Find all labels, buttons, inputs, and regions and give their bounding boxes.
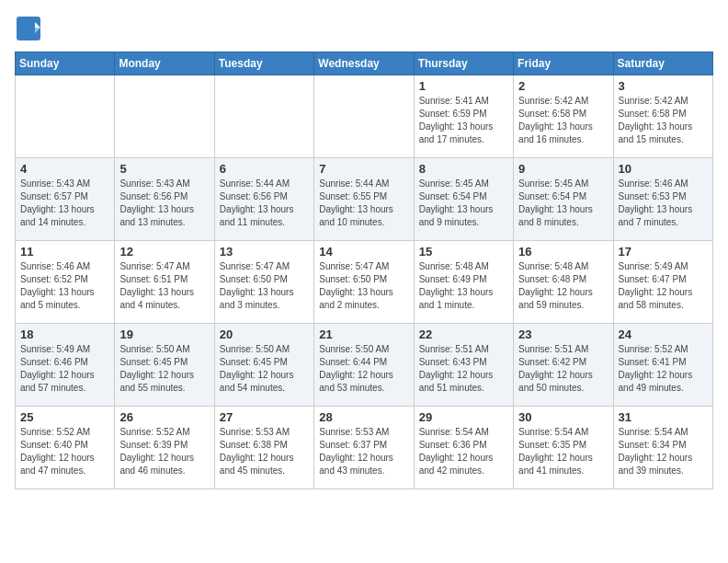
day-number: 5 xyxy=(119,162,209,176)
calendar-cell xyxy=(214,75,313,158)
calendar-cell: 24Sunrise: 5:52 AM Sunset: 6:41 PM Dayli… xyxy=(613,324,712,407)
weekday-header-friday: Friday xyxy=(514,52,613,75)
weekday-header-tuesday: Tuesday xyxy=(214,52,313,75)
calendar-cell: 29Sunrise: 5:54 AM Sunset: 6:36 PM Dayli… xyxy=(414,407,513,489)
calendar-cell: 2Sunrise: 5:42 AM Sunset: 6:58 PM Daylig… xyxy=(514,75,613,158)
day-number: 10 xyxy=(619,162,708,176)
day-number: 6 xyxy=(220,162,309,176)
day-number: 21 xyxy=(319,327,408,341)
day-info: Sunrise: 5:50 AM Sunset: 6:44 PM Dayligh… xyxy=(319,343,408,395)
calendar-cell xyxy=(314,75,414,158)
calendar-cell: 27Sunrise: 5:53 AM Sunset: 6:38 PM Dayli… xyxy=(214,407,313,489)
day-number: 7 xyxy=(319,162,408,176)
day-number: 30 xyxy=(518,410,608,424)
day-info: Sunrise: 5:47 AM Sunset: 6:50 PM Dayligh… xyxy=(319,260,408,312)
day-info: Sunrise: 5:49 AM Sunset: 6:46 PM Dayligh… xyxy=(20,343,109,395)
calendar-cell: 22Sunrise: 5:51 AM Sunset: 6:43 PM Dayli… xyxy=(414,324,513,407)
day-number: 25 xyxy=(20,410,109,424)
calendar-cell: 16Sunrise: 5:48 AM Sunset: 6:48 PM Dayli… xyxy=(514,241,613,324)
calendar-cell: 31Sunrise: 5:54 AM Sunset: 6:34 PM Dayli… xyxy=(613,407,712,489)
day-number: 19 xyxy=(119,327,209,341)
calendar-week-row: 11Sunrise: 5:46 AM Sunset: 6:52 PM Dayli… xyxy=(16,241,713,324)
day-info: Sunrise: 5:54 AM Sunset: 6:35 PM Dayligh… xyxy=(518,426,608,477)
day-number: 12 xyxy=(119,245,209,259)
weekday-header-saturday: Saturday xyxy=(613,52,712,75)
calendar-cell: 21Sunrise: 5:50 AM Sunset: 6:44 PM Dayli… xyxy=(314,324,414,407)
day-info: Sunrise: 5:51 AM Sunset: 6:43 PM Dayligh… xyxy=(419,343,508,395)
day-number: 17 xyxy=(619,245,708,259)
calendar-cell: 18Sunrise: 5:49 AM Sunset: 6:46 PM Dayli… xyxy=(16,324,115,407)
day-info: Sunrise: 5:46 AM Sunset: 6:53 PM Dayligh… xyxy=(619,178,708,229)
calendar-cell xyxy=(115,75,214,158)
day-info: Sunrise: 5:50 AM Sunset: 6:45 PM Dayligh… xyxy=(119,343,209,395)
calendar-week-row: 4Sunrise: 5:43 AM Sunset: 6:57 PM Daylig… xyxy=(16,158,713,241)
day-number: 15 xyxy=(419,245,508,259)
day-info: Sunrise: 5:54 AM Sunset: 6:36 PM Dayligh… xyxy=(419,426,508,477)
day-info: Sunrise: 5:53 AM Sunset: 6:38 PM Dayligh… xyxy=(220,426,309,477)
day-number: 16 xyxy=(518,245,608,259)
day-info: Sunrise: 5:48 AM Sunset: 6:49 PM Dayligh… xyxy=(419,260,508,312)
calendar-cell: 12Sunrise: 5:47 AM Sunset: 6:51 PM Dayli… xyxy=(115,241,214,324)
day-info: Sunrise: 5:42 AM Sunset: 6:58 PM Dayligh… xyxy=(518,95,608,146)
calendar-cell: 3Sunrise: 5:42 AM Sunset: 6:58 PM Daylig… xyxy=(613,75,712,158)
calendar-cell: 25Sunrise: 5:52 AM Sunset: 6:40 PM Dayli… xyxy=(16,407,115,489)
weekday-header-wednesday: Wednesday xyxy=(314,52,414,75)
day-number: 28 xyxy=(319,410,408,424)
day-number: 8 xyxy=(419,162,508,176)
day-info: Sunrise: 5:42 AM Sunset: 6:58 PM Dayligh… xyxy=(619,95,708,146)
calendar-week-row: 18Sunrise: 5:49 AM Sunset: 6:46 PM Dayli… xyxy=(16,324,713,407)
calendar-cell: 26Sunrise: 5:52 AM Sunset: 6:39 PM Dayli… xyxy=(115,407,214,489)
calendar-cell: 14Sunrise: 5:47 AM Sunset: 6:50 PM Dayli… xyxy=(314,241,414,324)
calendar-table: SundayMondayTuesdayWednesdayThursdayFrid… xyxy=(15,52,713,489)
calendar-week-row: 1Sunrise: 5:41 AM Sunset: 6:59 PM Daylig… xyxy=(16,75,713,158)
day-info: Sunrise: 5:47 AM Sunset: 6:50 PM Dayligh… xyxy=(220,260,309,312)
day-info: Sunrise: 5:44 AM Sunset: 6:55 PM Dayligh… xyxy=(319,178,408,229)
day-info: Sunrise: 5:52 AM Sunset: 6:40 PM Dayligh… xyxy=(20,426,109,477)
calendar-cell: 17Sunrise: 5:49 AM Sunset: 6:47 PM Dayli… xyxy=(613,241,712,324)
logo xyxy=(15,15,44,42)
day-info: Sunrise: 5:45 AM Sunset: 6:54 PM Dayligh… xyxy=(419,178,508,229)
day-number: 22 xyxy=(419,327,508,341)
weekday-header-thursday: Thursday xyxy=(414,52,513,75)
calendar-cell: 23Sunrise: 5:51 AM Sunset: 6:42 PM Dayli… xyxy=(514,324,613,407)
calendar-cell: 30Sunrise: 5:54 AM Sunset: 6:35 PM Dayli… xyxy=(514,407,613,489)
day-info: Sunrise: 5:43 AM Sunset: 6:56 PM Dayligh… xyxy=(119,178,209,229)
day-info: Sunrise: 5:52 AM Sunset: 6:41 PM Dayligh… xyxy=(619,343,708,395)
day-info: Sunrise: 5:44 AM Sunset: 6:56 PM Dayligh… xyxy=(220,178,309,229)
weekday-header-row: SundayMondayTuesdayWednesdayThursdayFrid… xyxy=(16,52,713,75)
calendar-cell: 6Sunrise: 5:44 AM Sunset: 6:56 PM Daylig… xyxy=(214,158,313,241)
day-number: 14 xyxy=(319,245,408,259)
calendar-cell: 13Sunrise: 5:47 AM Sunset: 6:50 PM Dayli… xyxy=(214,241,313,324)
calendar-week-row: 25Sunrise: 5:52 AM Sunset: 6:40 PM Dayli… xyxy=(16,407,713,489)
calendar-cell: 5Sunrise: 5:43 AM Sunset: 6:56 PM Daylig… xyxy=(115,158,214,241)
calendar-cell: 28Sunrise: 5:53 AM Sunset: 6:37 PM Dayli… xyxy=(314,407,414,489)
day-number: 27 xyxy=(220,410,309,424)
day-number: 26 xyxy=(119,410,209,424)
day-info: Sunrise: 5:52 AM Sunset: 6:39 PM Dayligh… xyxy=(119,426,209,477)
day-number: 31 xyxy=(619,410,708,424)
weekday-header-monday: Monday xyxy=(115,52,214,75)
day-info: Sunrise: 5:46 AM Sunset: 6:52 PM Dayligh… xyxy=(20,260,109,312)
day-number: 9 xyxy=(518,162,608,176)
day-number: 11 xyxy=(20,245,109,259)
day-number: 23 xyxy=(518,327,608,341)
calendar-cell: 20Sunrise: 5:50 AM Sunset: 6:45 PM Dayli… xyxy=(214,324,313,407)
calendar-cell: 8Sunrise: 5:45 AM Sunset: 6:54 PM Daylig… xyxy=(414,158,513,241)
calendar-cell: 7Sunrise: 5:44 AM Sunset: 6:55 PM Daylig… xyxy=(314,158,414,241)
day-info: Sunrise: 5:54 AM Sunset: 6:34 PM Dayligh… xyxy=(619,426,708,477)
calendar-cell: 15Sunrise: 5:48 AM Sunset: 6:49 PM Dayli… xyxy=(414,241,513,324)
day-number: 4 xyxy=(20,162,109,176)
day-number: 2 xyxy=(518,79,608,93)
calendar-cell: 1Sunrise: 5:41 AM Sunset: 6:59 PM Daylig… xyxy=(414,75,513,158)
calendar-cell: 11Sunrise: 5:46 AM Sunset: 6:52 PM Dayli… xyxy=(16,241,115,324)
day-number: 13 xyxy=(220,245,309,259)
day-info: Sunrise: 5:53 AM Sunset: 6:37 PM Dayligh… xyxy=(319,426,408,477)
day-info: Sunrise: 5:43 AM Sunset: 6:57 PM Dayligh… xyxy=(20,178,109,229)
day-number: 1 xyxy=(419,79,508,93)
calendar-cell: 19Sunrise: 5:50 AM Sunset: 6:45 PM Dayli… xyxy=(115,324,214,407)
calendar-cell: 9Sunrise: 5:45 AM Sunset: 6:54 PM Daylig… xyxy=(514,158,613,241)
day-number: 24 xyxy=(619,327,708,341)
day-number: 3 xyxy=(619,79,708,93)
day-number: 29 xyxy=(419,410,508,424)
day-info: Sunrise: 5:47 AM Sunset: 6:51 PM Dayligh… xyxy=(119,260,209,312)
